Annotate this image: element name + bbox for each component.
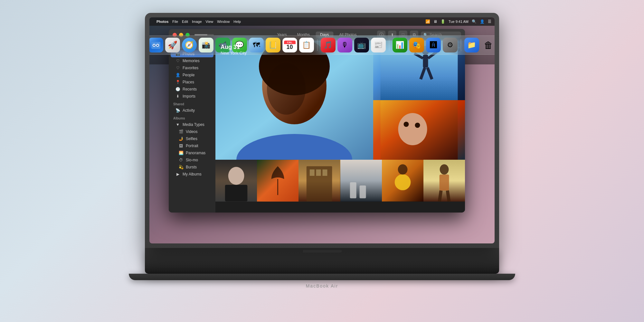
shared-section-label: Shared	[169, 100, 215, 107]
svg-rect-27	[350, 182, 356, 198]
videos-icon: 🎬	[178, 129, 184, 134]
svg-point-17	[228, 167, 244, 185]
strip-photo-4[interactable]	[340, 160, 382, 202]
photo-right-col: ···	[373, 41, 465, 160]
dock: 🚀 🧭 📸 📹	[149, 35, 495, 55]
favorites-icon: ♡	[175, 66, 180, 70]
dock-keynote[interactable]: 🎭	[409, 38, 424, 52]
dock-safari[interactable]: 🧭	[182, 38, 197, 52]
control-center-icon[interactable]: ☰	[488, 19, 491, 24]
sidebar-label-places: Places	[183, 80, 194, 84]
menu-bar-left: Photos File Edit Image View Window Help	[153, 20, 241, 24]
sidebar-item-portrait[interactable]: 🖼 Portrait	[171, 142, 213, 149]
user-icon[interactable]: 👤	[480, 19, 485, 24]
photo-main[interactable]	[215, 41, 373, 160]
sidebar-label-selfies: Selfies	[186, 137, 197, 141]
dock-trash[interactable]: 🗑	[481, 38, 495, 52]
wifi-icon: 📶	[425, 19, 430, 24]
sidebar-item-videos[interactable]: 🎬 Videos	[171, 128, 213, 135]
dock-systemprefs[interactable]: ⚙	[443, 38, 458, 52]
sidebar-item-recents[interactable]: 🕐 Recents	[171, 86, 213, 93]
macbook-body: Photos File Edit Image View Window Help …	[145, 13, 499, 248]
memories-icon: ♡	[175, 59, 180, 63]
panoramas-icon: 🌅	[178, 151, 184, 155]
menu-view[interactable]: View	[206, 20, 213, 24]
sidebar-label-recents: Recents	[183, 87, 197, 91]
sidebar-item-favorites[interactable]: ♡ Favorites	[171, 64, 213, 71]
sidebar-label-favorites: Favorites	[183, 66, 198, 70]
dock-reminders[interactable]: 📋	[299, 38, 314, 52]
sidebar-item-myalbums[interactable]: ▶ My Albums	[171, 171, 213, 178]
sidebar-label-mediatypes: Media Types	[183, 122, 204, 127]
main-content: Aug 31 New York City	[215, 41, 465, 213]
dock-tv[interactable]: 📺	[354, 38, 369, 52]
menu-edit[interactable]: Edit	[182, 20, 188, 24]
menu-help[interactable]: Help	[233, 20, 241, 24]
photo-header: Aug 31 New York City	[215, 41, 252, 57]
dock-notes[interactable]: 📒	[266, 38, 280, 52]
sidebar-item-bursts[interactable]: 💫 Bursts	[171, 164, 213, 171]
dock-numbers[interactable]: 📊	[393, 38, 407, 52]
app-name[interactable]: Photos	[156, 20, 168, 24]
menu-bar: Photos File Edit Image View Window Help …	[149, 17, 495, 26]
svg-point-42	[157, 44, 158, 46]
sidebar-label-panoramas: Panoramas	[186, 151, 205, 155]
myalbums-icon: ▶	[175, 172, 180, 176]
macbook-bottom	[145, 248, 499, 274]
dock-separator-1	[317, 39, 317, 51]
search-menubar-icon[interactable]: 🔍	[472, 19, 477, 24]
mediatypes-icon: ▼	[175, 122, 180, 127]
dock-appstore[interactable]: 🅰	[426, 38, 441, 52]
dock-launchpad[interactable]: 🚀	[165, 38, 180, 52]
menu-window[interactable]: Window	[217, 20, 230, 24]
sidebar-item-activity[interactable]: 📡 Activity	[171, 107, 213, 114]
strip-photo-5[interactable]	[382, 160, 423, 202]
dock-finder[interactable]	[149, 38, 163, 52]
svg-point-4	[267, 63, 306, 115]
svg-rect-24	[316, 169, 321, 176]
strip-photo-3[interactable]	[298, 160, 340, 202]
strip-photo-2[interactable]	[257, 160, 298, 202]
macbook-base	[129, 274, 515, 280]
sidebar-item-selfies[interactable]: 🤳 Selfies	[171, 135, 213, 142]
svg-rect-34	[440, 175, 449, 191]
dock-music[interactable]: 🎵	[321, 38, 336, 52]
people-icon: 👤	[175, 73, 180, 77]
imports-icon: ⬇	[175, 94, 180, 99]
sidebar-item-slomo[interactable]: ⏱ Slo-mo	[171, 156, 213, 164]
photo-date: Aug 31	[221, 44, 247, 51]
dock-screentime[interactable]: 📁	[464, 38, 479, 52]
screen-content: Photos File Edit Image View Window Help …	[149, 17, 495, 243]
dock-photos[interactable]: 📸	[199, 38, 213, 52]
sidebar-label-slomo: Slo-mo	[186, 158, 198, 162]
svg-rect-18	[225, 185, 248, 202]
dock-news[interactable]: 📰	[371, 38, 386, 52]
sidebar-item-imports[interactable]: ⬇ Imports	[171, 93, 213, 100]
svg-point-15	[415, 123, 420, 128]
svg-line-35	[440, 191, 441, 202]
svg-point-41	[153, 44, 155, 46]
sidebar-item-places[interactable]: 📍 Places	[171, 79, 213, 86]
sidebar-label-videos: Videos	[186, 129, 197, 134]
sidebar-label-memories: Memories	[183, 59, 200, 63]
sidebar-item-mediatypes[interactable]: ▼ Media Types	[171, 121, 213, 128]
sidebar-item-memories[interactable]: ♡ Memories	[171, 57, 213, 64]
menu-image[interactable]: Image	[192, 20, 202, 24]
strip-photo-1[interactable]	[215, 160, 257, 202]
app-window: Years Months Days All Photos ⓘ ⬆ ♡ ⧉ 🔍	[169, 29, 465, 213]
menu-file[interactable]: File	[172, 20, 178, 24]
sidebar-label-activity: Activity	[183, 108, 195, 113]
photo-child[interactable]	[373, 100, 465, 160]
battery-icon: 🔋	[440, 19, 445, 24]
sidebar-item-panoramas[interactable]: 🌅 Panoramas	[171, 149, 213, 156]
strip-photo-6[interactable]	[423, 160, 465, 202]
sidebar-label-imports: Imports	[183, 94, 195, 99]
dock-separator-3	[461, 39, 461, 51]
bursts-icon: 💫	[178, 165, 184, 169]
svg-rect-7	[423, 55, 428, 68]
dock-calendar[interactable]: CAL10	[282, 38, 297, 52]
sidebar-item-people[interactable]: 👤 People	[171, 71, 213, 79]
sidebar-label-portrait: Portrait	[186, 144, 198, 148]
selfies-icon: 🤳	[178, 137, 184, 141]
dock-podcasts[interactable]: 🎙	[337, 38, 352, 52]
